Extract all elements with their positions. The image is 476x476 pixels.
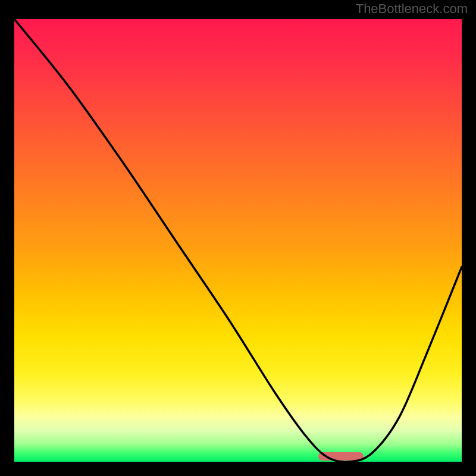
bottleneck-curve-line bbox=[14, 19, 462, 462]
chart-frame bbox=[8, 17, 468, 468]
chart-plot-area bbox=[14, 19, 462, 462]
watermark-text: TheBottleneck.com bbox=[356, 1, 468, 17]
